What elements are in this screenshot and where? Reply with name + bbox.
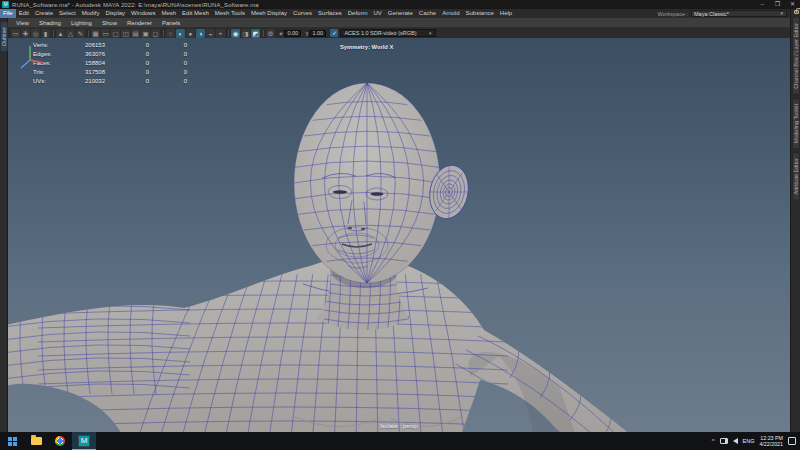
toolbar-icon-lights-all[interactable]: ● — [186, 29, 195, 38]
panel-menu-renderer[interactable]: Renderer — [122, 18, 157, 28]
toolbar-icon-divider — [228, 30, 229, 37]
view-transform-dropdown[interactable]: ACES 1.0 SDR-video (sRGB) ▼ — [340, 29, 436, 37]
menu-generate[interactable]: Generate — [385, 9, 416, 18]
windows-logo-icon — [8, 437, 17, 446]
toolbar-icon-grid-toggle[interactable]: ▦ — [91, 29, 100, 38]
panel-menu-view[interactable]: View — [11, 18, 34, 28]
menu-substance[interactable]: Substance — [462, 9, 496, 18]
gamma-icon: γ — [305, 30, 308, 36]
toolbar-icon-isolate-select[interactable]: ◉ — [231, 29, 240, 38]
toolbar-icon-select-highlight[interactable]: ▲ — [56, 29, 65, 38]
chevron-down-icon: ▼ — [780, 11, 784, 17]
tray-date: 4/22/2021 — [759, 441, 783, 447]
sidebar-tab-modeling-toolkit[interactable]: Modeling Toolkit — [792, 98, 800, 149]
toolbar-icon-xray[interactable]: ◨ — [241, 29, 250, 38]
toolbar-icon-lights-default[interactable]: ◐ — [176, 29, 185, 38]
toolbar-icon-viewport-settings-gear[interactable]: ⚙ — [266, 29, 275, 38]
menu-cache[interactable]: Cache — [416, 9, 439, 18]
start-button[interactable] — [0, 432, 24, 450]
toolbar-icon-divider — [163, 30, 164, 37]
exposure-icon: ☀ — [278, 30, 283, 37]
left-panel-strip: Outliner — [0, 18, 8, 432]
windows-taskbar: M ^ ENG 12:23 PM 4/22/2021 — [0, 432, 800, 450]
toolbar-icon-shadows[interactable]: ◑ — [196, 29, 205, 38]
chrome-icon — [55, 436, 65, 446]
toolbar-icon-lights-none[interactable]: ○ — [166, 29, 175, 38]
toolbar-icon-pencil-tool[interactable]: ✎ — [76, 29, 85, 38]
toolbar-icon-safe-title[interactable]: ◻ — [151, 29, 160, 38]
system-tray: ^ ENG 12:23 PM 4/22/2021 — [712, 435, 800, 447]
toolbar-icon-divider — [263, 30, 264, 37]
chevron-down-icon: ▼ — [428, 31, 432, 36]
toolbar-icon-camera-bookmark[interactable]: ▭ — [11, 29, 20, 38]
sidebar-tab-attribute-editor[interactable]: Attribute Editor — [792, 152, 800, 200]
window-control-maximize[interactable]: ❐ — [770, 0, 785, 9]
taskbar-app-file-explorer[interactable] — [24, 432, 48, 450]
toolbar-icon-film-gate[interactable]: ▭ — [101, 29, 110, 38]
menu-mesh-display[interactable]: Mesh Display — [248, 9, 290, 18]
menu-curves[interactable]: Curves — [290, 9, 315, 18]
title-bar: M RUNA_Software.ma* - Autodesk MAYA 2022… — [0, 0, 800, 9]
toolbar-icon-safe-action[interactable]: ▣ — [141, 29, 150, 38]
panel-menu-shading[interactable]: Shading — [34, 18, 66, 28]
action-center-icon[interactable] — [788, 437, 796, 445]
toolbar-icon-camera-roll[interactable]: ◎ — [31, 29, 40, 38]
maya-app-icon: M — [2, 1, 9, 8]
toolbar-icon-motion-blur[interactable]: ◓ — [216, 29, 225, 38]
window-title: RUNA_Software.ma* - Autodesk MAYA 2022: … — [12, 2, 259, 8]
language-indicator[interactable]: ENG — [743, 438, 755, 444]
view-axis-gizmo — [16, 38, 790, 432]
toolbar-icon-ambient-occlusion[interactable]: ◒ — [206, 29, 215, 38]
workspace-dropdown[interactable]: Maya Classic* ▼ — [691, 10, 787, 17]
panel-menu-panels[interactable]: Panels — [157, 18, 185, 28]
menu-mesh-tools[interactable]: Mesh Tools — [212, 9, 248, 18]
hidden-icons-chevron[interactable]: ^ — [712, 438, 715, 444]
viewport-3d[interactable]: Verts: 206153 0 0 Edges: 363076 0 0 Face… — [8, 38, 790, 432]
toolbar-icon-selection-outline[interactable]: △ — [66, 29, 75, 38]
folder-icon — [31, 437, 42, 445]
right-panel-strip: Channel Box / Layer EditorModeling Toolk… — [790, 9, 800, 432]
maya-icon: M — [78, 435, 90, 447]
window-control-minimize[interactable]: – — [755, 0, 770, 9]
toolbar-icon-gate-mask[interactable]: ◫ — [121, 29, 130, 38]
menu-arnold[interactable]: Arnold — [439, 9, 462, 18]
toolbar-icon-camera-pan[interactable]: ✚ — [21, 29, 30, 38]
speaker-icon[interactable] — [733, 438, 738, 444]
menu-uv[interactable]: UV — [370, 9, 384, 18]
taskbar-app-maya[interactable]: M — [72, 432, 96, 450]
workspace-value: Maya Classic* — [694, 11, 729, 17]
sidebar-tab-channel-box-layer-editor[interactable]: Channel Box / Layer Editor — [792, 17, 800, 95]
exposure-field[interactable]: 0.00 — [284, 30, 301, 37]
outliner-tab[interactable]: Outliner — [0, 21, 8, 52]
viewport-panel-menu: ViewShadingLightingShowRendererPanels — [8, 18, 790, 28]
maya-application-window: M RUNA_Software.ma* - Autodesk MAYA 2022… — [0, 0, 800, 450]
toolbar-icon-wireframe-on-shaded[interactable]: ◩ — [251, 29, 260, 38]
menu-help[interactable]: Help — [497, 9, 515, 18]
menu-surfaces[interactable]: Surfaces — [315, 9, 345, 18]
panel-menu-show[interactable]: Show — [97, 18, 122, 28]
toolbar-icon-divider — [53, 30, 54, 37]
sidebar-lock-icon[interactable] — [794, 10, 799, 14]
taskbar-app-chrome[interactable] — [48, 432, 72, 450]
toolbar-icon-camera-zoom[interactable]: ▮ — [41, 29, 50, 38]
panel-menu-lighting[interactable]: Lighting — [66, 18, 97, 28]
workspace-label: Workspace : — [658, 11, 688, 17]
toolbar-icon-resolution-gate[interactable]: ▢ — [111, 29, 120, 38]
toolbar-icon-divider — [88, 30, 89, 37]
workspace-switcher: Workspace : Maya Classic* ▼ — [658, 10, 800, 17]
gamma-field[interactable]: 1.00 — [309, 30, 326, 37]
menu-deform[interactable]: Deform — [345, 9, 371, 18]
viewport-toolbar: ▭✚◎▮▲△✎▦▭▢◫▤▣◻○◐●◑◒◓◉◨◩⚙ ☀ 0.00 γ 1.00 ✓… — [8, 28, 790, 38]
color-management-toggle[interactable]: ✓ — [330, 29, 338, 37]
clock[interactable]: 12:23 PM 4/22/2021 — [759, 435, 783, 447]
toolbar-icon-field-chart[interactable]: ▤ — [131, 29, 140, 38]
view-transform-value: ACES 1.0 SDR-video (sRGB) — [344, 30, 416, 36]
